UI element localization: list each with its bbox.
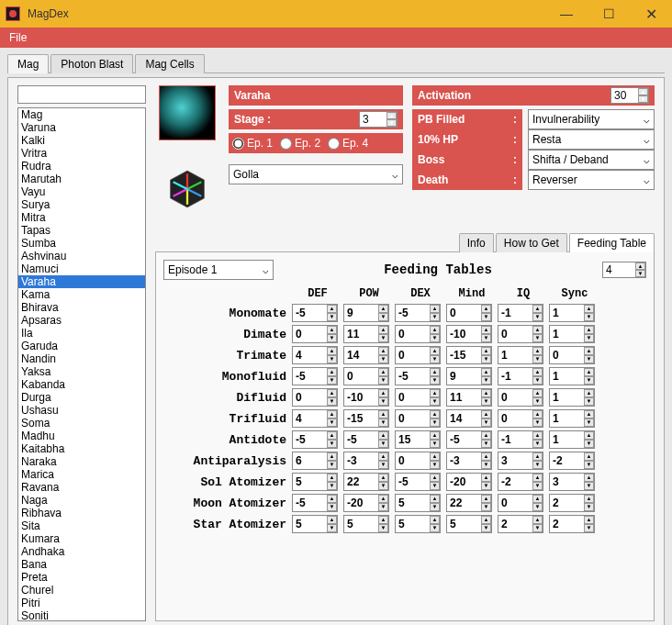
stat-spinner[interactable]: ▲▼	[395, 367, 441, 385]
mag-list-item[interactable]: Sita	[18, 519, 145, 532]
down-arrow-icon[interactable]: ▼	[430, 397, 440, 406]
stage-spinner[interactable]: ▲▼	[359, 111, 398, 128]
activation-combo[interactable]: Invulnerability	[528, 109, 655, 129]
stat-spinner[interactable]: ▲▼	[446, 430, 492, 449]
stat-spinner[interactable]: ▲▼	[343, 367, 389, 385]
up-arrow-icon[interactable]: ▲	[532, 326, 543, 334]
down-arrow-icon[interactable]: ▼	[430, 461, 440, 469]
stat-spinner[interactable]: ▲▼	[343, 515, 389, 533]
up-arrow-icon[interactable]: ▲	[584, 431, 594, 440]
activation-combo[interactable]: Resta	[528, 129, 655, 150]
subtab-feeding-table[interactable]: Feeding Table	[569, 233, 655, 252]
mag-list-item[interactable]: Marica	[18, 468, 145, 481]
down-arrow-icon[interactable]: ▼	[378, 397, 388, 406]
up-arrow-icon[interactable]: ▲	[481, 389, 491, 397]
down-arrow-icon[interactable]: ▼	[327, 440, 337, 448]
up-arrow-icon[interactable]: ▲	[481, 516, 491, 524]
stat-spinner[interactable]: ▲▼	[343, 388, 389, 407]
mag-list-item[interactable]: Varaha	[18, 275, 145, 288]
stat-spinner[interactable]: ▲▼	[446, 388, 492, 407]
down-arrow-icon[interactable]: ▼	[378, 482, 388, 490]
up-arrow-icon[interactable]: ▲	[532, 410, 543, 419]
stat-spinner[interactable]: ▲▼	[498, 430, 543, 449]
down-arrow-icon[interactable]: ▼	[378, 461, 388, 469]
mag-list-item[interactable]: Vayu	[18, 185, 145, 198]
down-arrow-icon[interactable]: ▼	[532, 440, 543, 448]
down-arrow-icon[interactable]: ▼	[378, 440, 388, 448]
stat-spinner[interactable]: ▲▼	[498, 515, 543, 533]
mag-list-item[interactable]: Kumara	[18, 532, 145, 545]
mag-list-item[interactable]: Ushasu	[18, 404, 145, 417]
up-arrow-icon[interactable]: ▲	[327, 452, 337, 461]
mag-list-item[interactable]: Kaitabha	[18, 442, 145, 455]
mag-list-item[interactable]: Sumba	[18, 237, 145, 250]
down-arrow-icon[interactable]: ▼	[481, 419, 491, 427]
down-arrow-icon[interactable]: ▼	[430, 419, 440, 427]
stat-spinner[interactable]: ▲▼	[292, 494, 338, 512]
activation-spinner[interactable]: ▲▼	[610, 87, 649, 104]
up-arrow-icon[interactable]: ▲	[327, 410, 337, 419]
down-arrow-icon[interactable]: ▼	[327, 419, 337, 427]
down-arrow-icon[interactable]: ▼	[481, 503, 491, 511]
maximize-button[interactable]: ☐	[588, 0, 630, 28]
up-arrow-icon[interactable]: ▲	[430, 410, 440, 419]
menu-file[interactable]: File	[9, 31, 27, 44]
up-arrow-icon[interactable]: ▲	[584, 516, 594, 524]
stat-spinner[interactable]: ▲▼	[395, 452, 441, 470]
radio-ep2[interactable]: Ep. 2	[280, 137, 320, 150]
down-arrow-icon[interactable]: ▼	[378, 313, 388, 321]
mag-list-item[interactable]: Soniti	[18, 609, 145, 621]
stat-spinner[interactable]: ▲▼	[549, 304, 595, 322]
stat-spinner[interactable]: ▲▼	[446, 346, 492, 364]
stat-spinner[interactable]: ▲▼	[549, 452, 595, 470]
stat-spinner[interactable]: ▲▼	[446, 494, 492, 512]
down-arrow-icon[interactable]: ▼	[532, 461, 543, 469]
mag-list-item[interactable]: Ila	[18, 327, 145, 340]
down-arrow-icon[interactable]: ▼	[532, 376, 543, 385]
mag-list-item[interactable]: Ashvinau	[18, 250, 145, 262]
down-arrow-icon[interactable]: ▼	[430, 524, 440, 532]
up-arrow-icon[interactable]: ▲	[327, 347, 337, 355]
minimize-button[interactable]: —	[545, 0, 588, 28]
stat-spinner[interactable]: ▲▼	[292, 346, 338, 364]
up-arrow-icon[interactable]: ▲	[481, 431, 491, 440]
up-arrow-icon[interactable]: ▲	[327, 305, 337, 313]
up-arrow-icon[interactable]: ▲	[327, 326, 337, 334]
down-arrow-icon[interactable]: ▼	[638, 95, 648, 103]
subtab-how-to-get[interactable]: How to Get	[496, 233, 567, 252]
stat-spinner[interactable]: ▲▼	[343, 304, 389, 322]
up-arrow-icon[interactable]: ▲	[430, 474, 440, 482]
up-arrow-icon[interactable]: ▲	[532, 431, 543, 440]
stat-spinner[interactable]: ▲▼	[549, 409, 595, 428]
mag-list[interactable]: MagVarunaKalkiVritraRudraMarutahVayuSury…	[17, 107, 146, 621]
down-arrow-icon[interactable]: ▼	[481, 355, 491, 363]
stat-spinner[interactable]: ▲▼	[343, 346, 389, 364]
down-arrow-icon[interactable]: ▼	[378, 355, 388, 363]
down-arrow-icon[interactable]: ▼	[584, 419, 594, 427]
mag-list-item[interactable]: Tapas	[18, 224, 145, 237]
down-arrow-icon[interactable]: ▼	[430, 376, 440, 385]
up-arrow-icon[interactable]: ▲	[378, 516, 388, 524]
stat-spinner[interactable]: ▲▼	[498, 452, 543, 470]
stat-spinner[interactable]: ▲▼	[446, 452, 492, 470]
stat-spinner[interactable]: ▲▼	[549, 515, 595, 533]
stat-spinner[interactable]: ▲▼	[395, 494, 441, 512]
mag-list-item[interactable]: Durga	[18, 391, 145, 404]
up-arrow-icon[interactable]: ▲	[532, 389, 543, 397]
radio-ep1[interactable]: Ep. 1	[232, 137, 273, 150]
stat-spinner[interactable]: ▲▼	[292, 367, 338, 385]
activation-combo[interactable]: Reverser	[528, 170, 655, 190]
up-arrow-icon[interactable]: ▲	[430, 368, 440, 376]
down-arrow-icon[interactable]: ▼	[327, 524, 337, 532]
up-arrow-icon[interactable]: ▲	[532, 495, 543, 503]
down-arrow-icon[interactable]: ▼	[327, 482, 337, 490]
stat-spinner[interactable]: ▲▼	[343, 473, 389, 491]
stat-spinner[interactable]: ▲▼	[343, 409, 389, 428]
activation-combo[interactable]: Shifta / Deband	[528, 150, 655, 170]
down-arrow-icon[interactable]: ▼	[430, 334, 440, 342]
up-arrow-icon[interactable]: ▲	[532, 452, 543, 461]
mag-list-item[interactable]: Rudra	[18, 160, 145, 173]
up-arrow-icon[interactable]: ▲	[584, 347, 594, 355]
stat-spinner[interactable]: ▲▼	[395, 430, 441, 449]
down-arrow-icon[interactable]: ▼	[481, 334, 491, 342]
